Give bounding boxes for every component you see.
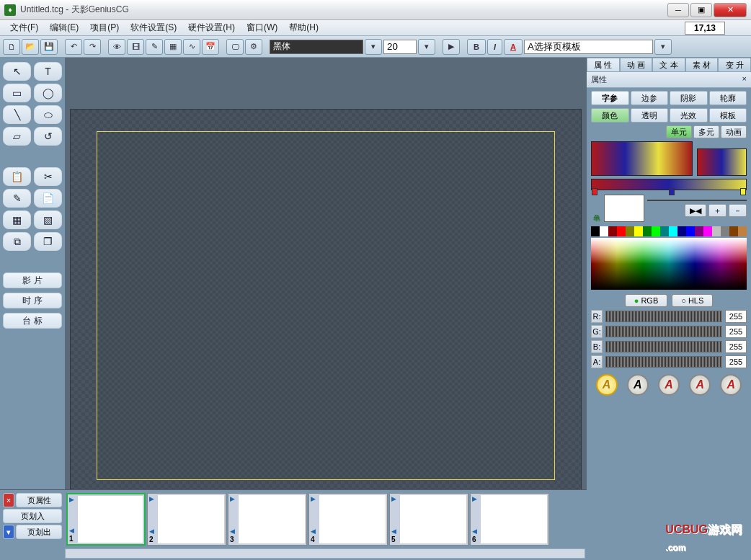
film-button[interactable]: 🎞 — [127, 39, 144, 55]
a-value[interactable]: 255 — [725, 355, 747, 368]
sub_tabs1-2[interactable]: 阴影 — [670, 91, 708, 105]
frame-1[interactable]: ▶◀1 — [66, 493, 146, 546]
style-a5-button[interactable]: A — [720, 374, 742, 396]
swatch-11[interactable] — [686, 226, 695, 236]
style-a1-button[interactable]: A — [596, 374, 618, 396]
tool-text[interactable]: T — [34, 62, 62, 81]
close-button[interactable]: ✕ — [714, 3, 747, 17]
style-a3-button[interactable]: A — [658, 374, 680, 396]
timeline-scrollbar[interactable] — [65, 548, 585, 559]
edit-tool-0[interactable]: 📋 — [3, 167, 31, 186]
g-slider[interactable] — [605, 326, 722, 337]
tool-rect[interactable]: ▭ — [3, 84, 31, 102]
close-timeline-button[interactable]: × — [3, 493, 14, 507]
sub_tabs1-0[interactable]: 字参 — [591, 91, 629, 105]
template-dropdown[interactable]: ▾ — [654, 39, 672, 55]
menu-window[interactable]: 窗口(W) — [241, 20, 283, 35]
frame-5[interactable]: ▶◀5 — [389, 493, 468, 546]
r-value[interactable]: 255 — [725, 310, 747, 323]
sub_tabs1-3[interactable]: 轮廓 — [709, 91, 747, 105]
menu-help[interactable]: 帮助(H) — [283, 20, 324, 35]
color-field[interactable] — [591, 238, 747, 290]
wave-button[interactable]: ∿ — [183, 39, 200, 55]
maximize-button[interactable]: ▣ — [690, 3, 712, 17]
page-props-tab[interactable]: 页属性 — [16, 493, 62, 507]
g-value[interactable]: 255 — [725, 325, 747, 338]
swatch-7[interactable] — [652, 226, 660, 236]
sub_tabs2-3[interactable]: 模板 — [709, 108, 747, 123]
right-tab-0[interactable]: 属 性 — [587, 58, 620, 72]
gradient-preview-small[interactable] — [697, 148, 747, 176]
movie-button[interactable]: 影 片 — [3, 272, 62, 288]
edit-tool-6[interactable]: ⧉ — [3, 232, 31, 251]
swatch-1[interactable] — [600, 226, 608, 236]
unit-button[interactable]: 单元 — [666, 125, 692, 138]
tool-circle[interactable]: ◯ — [34, 84, 62, 102]
add-button[interactable]: ＋ — [708, 204, 726, 217]
r-slider[interactable] — [605, 311, 722, 322]
template-input[interactable] — [524, 40, 653, 54]
font-dropdown[interactable]: ▾ — [365, 39, 382, 55]
tool-button[interactable]: ⚙ — [245, 39, 262, 55]
menu-project[interactable]: 项目(P) — [84, 20, 125, 35]
calendar-button[interactable]: 📅 — [202, 39, 219, 55]
font-select[interactable] — [270, 40, 363, 54]
b-slider[interactable] — [605, 341, 722, 352]
style-a4-button[interactable]: A — [689, 374, 711, 396]
bold-button[interactable]: B — [467, 39, 486, 55]
play-button[interactable]: ▶ — [443, 39, 460, 55]
sub_tabs1-1[interactable]: 边参 — [631, 91, 669, 105]
menu-hardset[interactable]: 硬件设置(H) — [182, 20, 241, 35]
swatch-13[interactable] — [703, 226, 712, 236]
a-slider[interactable] — [605, 356, 722, 368]
edit-tool-3[interactable]: 📄 — [34, 189, 62, 208]
italic-button[interactable]: I — [487, 39, 502, 55]
sub_tabs2-1[interactable]: 透明 — [631, 108, 669, 123]
right-tab-4[interactable]: 变 升 — [718, 58, 751, 72]
right-tab-2[interactable]: 文 本 — [652, 58, 685, 72]
current-color-swatch[interactable] — [604, 195, 644, 222]
frame-2[interactable]: ▶◀2 — [147, 493, 226, 546]
swatch-4[interactable] — [626, 226, 634, 236]
remove-button[interactable]: － — [729, 204, 747, 217]
edit-tool-7[interactable]: ❐ — [34, 232, 62, 251]
undo-button[interactable]: ↶ — [65, 39, 82, 55]
swatch-8[interactable] — [660, 226, 669, 236]
tool-line[interactable]: ╲ — [3, 105, 31, 124]
page-in-tab[interactable]: 页划入 — [3, 509, 62, 523]
swatch-16[interactable] — [729, 226, 738, 236]
tool-crop[interactable]: ▱ — [3, 127, 31, 146]
station-button[interactable]: 台 标 — [3, 313, 62, 329]
open-button[interactable]: 📂 — [22, 39, 39, 55]
save-button[interactable]: 💾 — [40, 39, 58, 55]
style-a2-button[interactable]: A — [627, 374, 649, 396]
gradient-bar[interactable] — [591, 179, 747, 190]
swatch-12[interactable] — [695, 226, 703, 236]
size-dropdown[interactable]: ▾ — [418, 39, 435, 55]
tool-arrow[interactable]: ↖ — [3, 62, 31, 81]
swap-button[interactable]: ▶◀ — [685, 204, 706, 217]
redo-button[interactable]: ↷ — [84, 39, 101, 55]
swatch-5[interactable] — [634, 226, 643, 236]
tool-ellipse[interactable]: ⬭ — [34, 105, 62, 124]
edit-tool-2[interactable]: ✎ — [3, 189, 31, 208]
new-button[interactable]: 🗋 — [3, 39, 20, 55]
rgb-mode-button[interactable]: RGB — [625, 294, 668, 307]
frame-6[interactable]: ▶◀6 — [470, 493, 549, 546]
timeline-toggle-button[interactable]: ▾ — [3, 525, 14, 539]
edit-tool-4[interactable]: ▦ — [3, 210, 31, 229]
swatch-17[interactable] — [738, 226, 747, 236]
menu-file[interactable]: 文件(F) — [4, 20, 44, 35]
right-tab-3[interactable]: 素 材 — [685, 58, 719, 72]
frame-3[interactable]: ▶◀3 — [228, 493, 307, 546]
panel-close-icon[interactable]: × — [742, 74, 747, 85]
anim-button[interactable]: 动画 — [721, 125, 747, 138]
hls-mode-button[interactable]: HLS — [672, 294, 713, 307]
menu-softset[interactable]: 软件设置(S) — [125, 20, 182, 35]
grid-button[interactable]: ▦ — [164, 39, 182, 55]
timeseq-button[interactable]: 时 序 — [3, 293, 62, 308]
right-tab-1[interactable]: 动 画 — [620, 58, 653, 72]
swatch-9[interactable] — [669, 226, 677, 236]
sub_tabs2-0[interactable]: 颜色 — [591, 108, 629, 123]
swatch-0[interactable] — [591, 226, 600, 236]
